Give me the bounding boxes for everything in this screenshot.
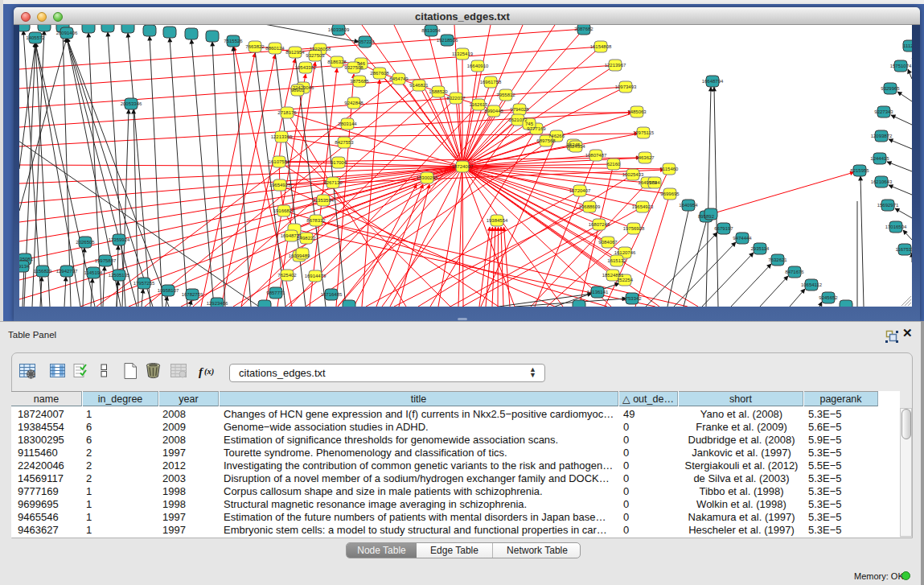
svg-text:6679197: 6679197 bbox=[714, 226, 733, 231]
svg-text:16099489: 16099489 bbox=[289, 253, 310, 258]
svg-text:12923466: 12923466 bbox=[207, 301, 228, 306]
svg-text:7485063: 7485063 bbox=[627, 109, 647, 114]
svg-text:1244415: 1244415 bbox=[870, 156, 889, 161]
svg-text:8678332: 8678332 bbox=[306, 218, 326, 223]
svg-text:252254: 252254 bbox=[617, 278, 634, 282]
svg-text:9644: 9644 bbox=[649, 180, 660, 185]
svg-text:f: f bbox=[199, 365, 204, 378]
svg-text:9245652: 9245652 bbox=[819, 295, 838, 300]
svg-text:1588520: 1588520 bbox=[429, 89, 448, 94]
svg-text:9857771: 9857771 bbox=[266, 290, 285, 295]
svg-text:10543382: 10543382 bbox=[295, 65, 317, 70]
svg-text:7663822: 7663822 bbox=[245, 44, 265, 49]
svg-text:10025433: 10025433 bbox=[622, 172, 644, 177]
svg-text:16120746: 16120746 bbox=[614, 250, 636, 255]
svg-text:39134: 39134 bbox=[19, 264, 30, 269]
svg-text:1145194: 1145194 bbox=[84, 270, 104, 275]
svg-text:2935114: 2935114 bbox=[751, 246, 770, 251]
svg-text:1162615: 1162615 bbox=[470, 102, 489, 107]
svg-text:9146821: 9146821 bbox=[409, 83, 429, 88]
svg-text:1156829: 1156829 bbox=[34, 269, 53, 274]
svg-text:16782759: 16782759 bbox=[182, 292, 203, 297]
svg-text:98901: 98901 bbox=[291, 88, 305, 93]
svg-text:8322037: 8322037 bbox=[446, 96, 466, 101]
svg-text:2026505: 2026505 bbox=[76, 240, 95, 245]
svg-text:11125: 11125 bbox=[903, 43, 912, 48]
svg-text:9794028: 9794028 bbox=[510, 107, 529, 112]
svg-text:3624554: 3624554 bbox=[566, 144, 585, 149]
svg-text:15716485: 15716485 bbox=[321, 292, 343, 297]
svg-text:10688609: 10688609 bbox=[579, 204, 601, 209]
svg-text:9084067: 9084067 bbox=[598, 240, 618, 245]
svg-text:62160: 62160 bbox=[607, 162, 621, 167]
svg-text:15751074: 15751074 bbox=[890, 64, 912, 68]
svg-text:16961758: 16961758 bbox=[480, 80, 502, 84]
svg-text:7515526: 7515526 bbox=[224, 39, 243, 43]
svg-text:12213967: 12213967 bbox=[605, 63, 626, 68]
svg-text:6897568: 6897568 bbox=[536, 138, 556, 143]
svg-text:12213369: 12213369 bbox=[271, 134, 293, 139]
svg-text:9327503: 9327503 bbox=[306, 53, 325, 58]
svg-text:7632621: 7632621 bbox=[768, 257, 787, 262]
svg-text:20091406: 20091406 bbox=[56, 31, 78, 35]
svg-text:17359924: 17359924 bbox=[109, 237, 130, 242]
svg-text:10973493: 10973493 bbox=[615, 84, 637, 89]
svg-text:19384554: 19384554 bbox=[487, 218, 508, 223]
svg-text:12093872: 12093872 bbox=[871, 134, 893, 138]
svg-text:16210643: 16210643 bbox=[871, 179, 893, 184]
svg-text:9242848: 9242848 bbox=[344, 101, 363, 105]
svg-text:19975887: 19975887 bbox=[95, 258, 117, 263]
svg-text:18724007: 18724007 bbox=[452, 164, 474, 169]
svg-text:10654112: 10654112 bbox=[801, 282, 823, 287]
svg-text:12975115: 12975115 bbox=[633, 130, 655, 135]
svg-text:1640954: 1640954 bbox=[679, 203, 698, 208]
svg-text:9327508: 9327508 bbox=[344, 65, 363, 70]
svg-text:16033809: 16033809 bbox=[328, 27, 350, 32]
svg-text:12505135: 12505135 bbox=[109, 273, 130, 278]
svg-text:895892: 895892 bbox=[698, 214, 715, 219]
svg-text:9474444: 9474444 bbox=[733, 236, 752, 241]
svg-text:1615132: 1615132 bbox=[607, 258, 626, 263]
svg-text:16807249: 16807249 bbox=[589, 222, 610, 227]
svg-text:9115460: 9115460 bbox=[660, 167, 680, 171]
svg-text:1167533: 1167533 bbox=[896, 247, 912, 252]
svg-text:16107554: 16107554 bbox=[269, 159, 290, 164]
svg-text:16154808: 16154808 bbox=[590, 44, 612, 49]
svg-text:8990448: 8990448 bbox=[484, 109, 503, 113]
svg-text:435081: 435081 bbox=[19, 257, 34, 262]
svg-text:14136141: 14136141 bbox=[587, 290, 609, 295]
svg-text:19654925: 19654925 bbox=[269, 183, 291, 187]
svg-text:9227343: 9227343 bbox=[874, 109, 893, 114]
svg-text:8860124: 8860124 bbox=[265, 46, 285, 51]
svg-text:8912954: 8912954 bbox=[285, 50, 305, 55]
svg-text:17016504: 17016504 bbox=[885, 225, 907, 229]
svg-text:8215955: 8215955 bbox=[850, 168, 869, 173]
svg-text:19756928: 19756928 bbox=[623, 226, 645, 231]
svg-text:15692971: 15692971 bbox=[877, 203, 899, 208]
svg-text:2867608: 2867608 bbox=[370, 71, 389, 76]
svg-text:745: 745 bbox=[525, 122, 534, 126]
svg-text:9463627: 9463627 bbox=[635, 155, 655, 160]
svg-text:15720407: 15720407 bbox=[569, 188, 591, 193]
svg-text:8454749: 8454749 bbox=[389, 76, 409, 81]
svg-text:11353594: 11353594 bbox=[313, 198, 335, 203]
svg-text:(x): (x) bbox=[204, 367, 214, 377]
svg-text:1405572: 1405572 bbox=[26, 35, 45, 40]
svg-text:8813054: 8813054 bbox=[421, 28, 441, 33]
svg-text:7625402: 7625402 bbox=[277, 273, 297, 278]
svg-text:10807487: 10807487 bbox=[585, 153, 607, 158]
svg-text:12942737: 12942737 bbox=[56, 269, 78, 274]
svg-text:13226058: 13226058 bbox=[310, 47, 331, 51]
svg-text:16648794: 16648794 bbox=[702, 79, 724, 84]
svg-text:10958107: 10958107 bbox=[158, 288, 179, 293]
svg-text:7357224: 7357224 bbox=[355, 39, 375, 44]
svg-text:19654923: 19654923 bbox=[632, 204, 654, 209]
svg-text:3875685: 3875685 bbox=[350, 79, 369, 84]
svg-text:9329965: 9329965 bbox=[881, 86, 900, 91]
svg-text:8427553: 8427553 bbox=[335, 140, 354, 145]
svg-text:9699695: 9699695 bbox=[660, 192, 680, 196]
svg-text:18300295: 18300295 bbox=[417, 175, 438, 180]
svg-text:2803144: 2803144 bbox=[338, 122, 357, 126]
svg-text:17957255: 17957255 bbox=[133, 281, 155, 286]
svg-text:917004: 917004 bbox=[331, 160, 347, 165]
